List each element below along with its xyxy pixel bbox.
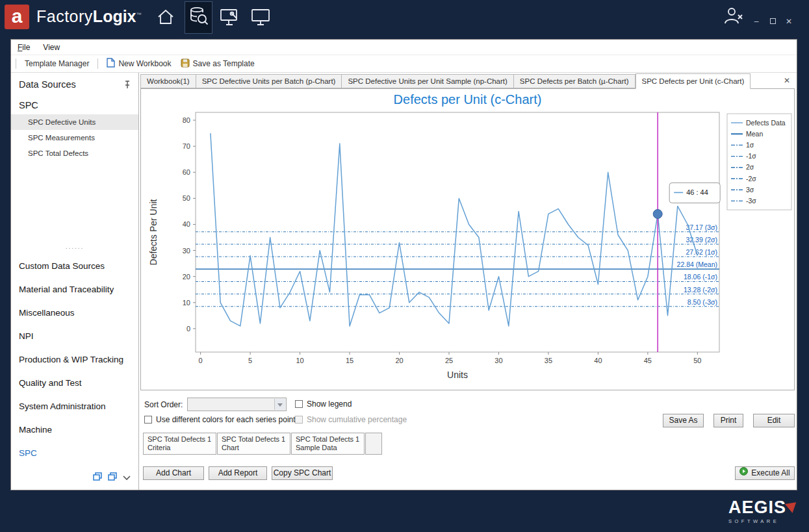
tree-item-spc-measurements[interactable]: SPC Measurements (11, 130, 138, 146)
tab-workbook-1[interactable]: Workbook(1) (140, 74, 196, 88)
category-custom-data-sources[interactable]: Custom Data Sources (19, 261, 105, 271)
legend-item-label: -3σ (746, 197, 756, 205)
sort-order-dropdown[interactable] (187, 398, 287, 411)
data-sources-sidebar: Data Sources SPC SPC Defective Units SPC… (11, 73, 139, 490)
save-as-button[interactable]: Save As (663, 414, 704, 427)
add-report-button[interactable]: Add Report (209, 466, 267, 480)
home-nav-button[interactable] (155, 8, 176, 28)
edit-button[interactable]: Edit (753, 414, 795, 427)
execute-all-icon (739, 467, 748, 479)
brand-logix: Logix (93, 7, 136, 25)
checkbox-box (295, 416, 303, 424)
tab-close-icon[interactable]: ✕ (784, 77, 790, 84)
x-axis-tick-label: 30 (494, 357, 502, 364)
spc-chart-panel: Defects per Unit (c-Chart) 0510152025303… (140, 88, 795, 390)
app-root: a FactoryLogix™ – ✕ File View Template M… (0, 0, 809, 532)
category-system-administration[interactable]: System Administration (19, 401, 106, 411)
sidebar-splitter-handle[interactable]: ...... (11, 243, 138, 250)
selected-point (653, 209, 662, 218)
tab-p-chart[interactable]: SPC Defective Units per Batch (p-Chart) (196, 74, 342, 88)
y-axis-title: Defects Per Unit (148, 199, 159, 265)
x-axis-tick-label: 20 (395, 357, 403, 364)
cascade-windows-icon[interactable] (93, 472, 102, 483)
category-npi[interactable]: NPI (19, 331, 34, 341)
control-line-label: 22.84 (Mean) (677, 260, 717, 268)
logout-user-button[interactable] (723, 8, 744, 27)
x-axis-tick-label: 25 (445, 357, 453, 364)
save-template-icon (181, 58, 190, 70)
sidebar-group-spc[interactable]: SPC (19, 100, 38, 110)
show-legend-checkbox[interactable]: Show legend (295, 399, 352, 409)
legend-item-label: -1σ (746, 152, 756, 160)
add-chart-button[interactable]: Add Chart (143, 466, 204, 480)
x-axis-tick-label: 5 (248, 357, 252, 364)
tree-item-spc-defective-units[interactable]: SPC Defective Units (11, 114, 138, 130)
copy-spc-chart-button[interactable]: Copy SPC Chart (272, 466, 333, 480)
monitor-icon (251, 8, 270, 29)
category-machine[interactable]: Machine (19, 425, 52, 435)
x-axis-tick-label: 40 (594, 357, 602, 364)
y-axis-tick-label: 40 (183, 220, 190, 228)
x-axis-tick-label: 50 (693, 357, 701, 364)
category-material-traceability[interactable]: Material and Traceability (19, 285, 114, 294)
category-quality-test[interactable]: Quality and Test (19, 378, 82, 388)
tab-u-chart[interactable]: SPC Defects per Batch (µ-Chart) (513, 74, 636, 88)
control-line-label: 27.62 (1σ) (686, 248, 717, 256)
control-line-label: 8.50 (-3σ) (687, 298, 717, 306)
maximize-icon (770, 18, 776, 24)
chevron-down-icon[interactable] (123, 472, 131, 483)
show-cumulative-checkbox: Show cumulative percentage (295, 415, 407, 424)
subtab-sample-data[interactable]: SPC Total Defects 1 Sample Data (291, 433, 365, 455)
plot-area (196, 112, 719, 352)
category-production-wip[interactable]: Production & WIP Tracking (19, 355, 123, 364)
trademark-symbol: ™ (136, 12, 142, 18)
aegis-software-text: SOFTWARE (728, 518, 797, 524)
tab-c-chart[interactable]: SPC Defects per Unit (c-Chart) (636, 73, 751, 89)
workbook-tab-bar: Workbook(1) SPC Defective Units per Batc… (140, 73, 797, 88)
new-workbook-button[interactable]: New Workbook (104, 57, 173, 71)
save-as-template-label: Save as Template (193, 59, 255, 68)
user-logout-icon (723, 6, 744, 29)
analytics-nav-button[interactable] (185, 1, 212, 34)
x-axis-tick-label: 10 (296, 357, 303, 364)
minimize-button[interactable]: – (751, 17, 762, 26)
tile-windows-icon[interactable] (108, 472, 117, 483)
tab-np-chart[interactable]: SPC Defective Units per Unit Sample (np-… (341, 74, 513, 88)
chart-legend-box (727, 114, 791, 210)
category-spc[interactable]: SPC (19, 448, 37, 458)
designer-nav-button[interactable] (219, 8, 240, 28)
tool-bar: Template Manager New Workbook Save as Te… (11, 55, 797, 73)
category-miscellaneous[interactable]: Miscellaneous (19, 308, 75, 318)
aegis-arrow-icon (785, 498, 800, 513)
template-manager-button[interactable]: Template Manager (22, 58, 92, 70)
x-axis-title: Units (447, 370, 468, 380)
control-line-label: 32.39 (2σ) (686, 236, 717, 244)
app-logo: a (5, 5, 29, 29)
use-colors-checkbox[interactable]: Use different colors for each series poi… (144, 415, 296, 424)
legend-item-label: -2σ (746, 175, 756, 183)
maximize-button[interactable] (767, 17, 778, 26)
workstation-nav-button[interactable] (250, 8, 271, 28)
menu-file[interactable]: File (18, 43, 30, 52)
spc-chart[interactable]: 051015202530354045500102030405060708037.… (141, 107, 794, 385)
aegis-brand-text: AEGIS (728, 498, 786, 518)
pin-icon[interactable] (123, 80, 131, 92)
print-button[interactable]: Print (713, 414, 743, 427)
checkbox-box (144, 416, 152, 424)
legend-item-label: 1σ (746, 141, 754, 149)
close-button[interactable]: ✕ (783, 17, 795, 26)
menu-view[interactable]: View (43, 43, 60, 52)
chart-title: Defects per Unit (c-Chart) (141, 89, 794, 107)
menu-bar: File View (11, 40, 797, 55)
save-as-template-button[interactable]: Save as Template (178, 57, 257, 71)
x-axis-tick-label: 35 (545, 357, 552, 364)
sort-order-label: Sort Order: (144, 400, 183, 409)
sidebar-title: Data Sources (19, 79, 76, 90)
tree-item-spc-total-defects[interactable]: SPC Total Defects (11, 146, 138, 161)
y-axis-tick-label: 20 (183, 273, 190, 281)
subtab-chart[interactable]: SPC Total Defects 1 Chart (217, 433, 290, 455)
execute-all-button[interactable]: Execute All (735, 466, 795, 480)
control-line-label: 13.28 (-2σ) (684, 286, 717, 294)
x-axis-tick-label: 15 (346, 357, 353, 364)
subtab-criteria[interactable]: SPC Total Defects 1 Criteria (143, 433, 216, 455)
